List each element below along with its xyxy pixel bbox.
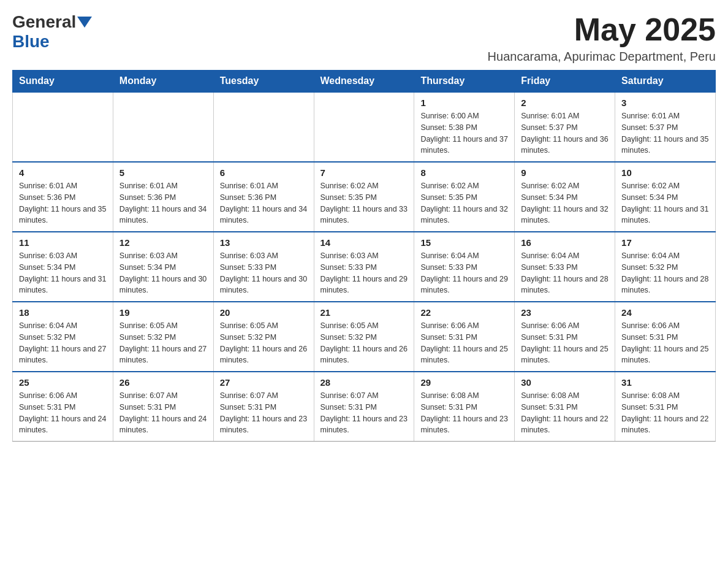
calendar-week-row: 4Sunrise: 6:01 AMSunset: 5:36 PMDaylight… — [13, 162, 716, 232]
day-info: Sunrise: 6:06 AMSunset: 5:31 PMDaylight:… — [521, 320, 609, 366]
day-number: 19 — [119, 307, 207, 318]
day-info: Sunrise: 6:07 AMSunset: 5:31 PMDaylight:… — [220, 390, 308, 436]
calendar-week-row: 18Sunrise: 6:04 AMSunset: 5:32 PMDayligh… — [13, 302, 716, 372]
calendar-header-row: SundayMondayTuesdayWednesdayThursdayFrid… — [13, 71, 716, 93]
day-number: 5 — [119, 167, 207, 178]
day-number: 18 — [19, 307, 107, 318]
day-info: Sunrise: 6:04 AMSunset: 5:32 PMDaylight:… — [19, 320, 107, 366]
calendar-cell: 19Sunrise: 6:05 AMSunset: 5:32 PMDayligh… — [113, 302, 213, 372]
day-info: Sunrise: 6:01 AMSunset: 5:37 PMDaylight:… — [521, 110, 609, 156]
day-info: Sunrise: 6:03 AMSunset: 5:33 PMDaylight:… — [220, 250, 308, 296]
calendar-cell: 31Sunrise: 6:08 AMSunset: 5:31 PMDayligh… — [615, 372, 716, 442]
day-info: Sunrise: 6:08 AMSunset: 5:31 PMDaylight:… — [621, 390, 709, 436]
calendar-header-saturday: Saturday — [615, 71, 716, 93]
day-info: Sunrise: 6:06 AMSunset: 5:31 PMDaylight:… — [621, 320, 709, 366]
day-number: 20 — [220, 307, 308, 318]
day-number: 8 — [420, 167, 508, 178]
day-number: 30 — [521, 377, 609, 388]
calendar-cell: 2Sunrise: 6:01 AMSunset: 5:37 PMDaylight… — [515, 92, 615, 162]
title-area: May 2025 Huancarama, Apurimac Department… — [488, 12, 716, 64]
calendar-header-friday: Friday — [515, 71, 615, 93]
calendar-cell: 28Sunrise: 6:07 AMSunset: 5:31 PMDayligh… — [314, 372, 414, 442]
day-number: 17 — [621, 237, 709, 248]
day-number: 31 — [621, 377, 709, 388]
day-number: 2 — [521, 98, 609, 108]
day-info: Sunrise: 6:02 AMSunset: 5:34 PMDaylight:… — [621, 180, 709, 226]
calendar-cell: 30Sunrise: 6:08 AMSunset: 5:31 PMDayligh… — [515, 372, 615, 442]
day-info: Sunrise: 6:04 AMSunset: 5:32 PMDaylight:… — [621, 250, 709, 296]
day-info: Sunrise: 6:08 AMSunset: 5:31 PMDaylight:… — [521, 390, 609, 436]
calendar-week-row: 1Sunrise: 6:00 AMSunset: 5:38 PMDaylight… — [13, 92, 716, 162]
day-info: Sunrise: 6:06 AMSunset: 5:31 PMDaylight:… — [19, 390, 107, 436]
day-info: Sunrise: 6:01 AMSunset: 5:36 PMDaylight:… — [119, 180, 207, 226]
calendar-cell: 12Sunrise: 6:03 AMSunset: 5:34 PMDayligh… — [113, 232, 213, 302]
calendar-header-sunday: Sunday — [13, 71, 113, 93]
logo-blue-text: Blue — [12, 32, 50, 51]
day-number: 1 — [420, 98, 508, 108]
calendar-cell: 9Sunrise: 6:02 AMSunset: 5:34 PMDaylight… — [515, 162, 615, 232]
calendar-header-monday: Monday — [113, 71, 213, 93]
calendar-cell — [113, 92, 213, 162]
day-number: 6 — [220, 167, 308, 178]
calendar-cell: 5Sunrise: 6:01 AMSunset: 5:36 PMDaylight… — [113, 162, 213, 232]
month-title: May 2025 — [488, 12, 716, 47]
day-info: Sunrise: 6:01 AMSunset: 5:36 PMDaylight:… — [220, 180, 308, 226]
calendar-cell: 15Sunrise: 6:04 AMSunset: 5:33 PMDayligh… — [414, 232, 515, 302]
calendar-cell: 22Sunrise: 6:06 AMSunset: 5:31 PMDayligh… — [414, 302, 515, 372]
calendar-table: SundayMondayTuesdayWednesdayThursdayFrid… — [12, 70, 716, 442]
day-info: Sunrise: 6:01 AMSunset: 5:37 PMDaylight:… — [621, 110, 709, 156]
page-header: General Blue May 2025 Huancarama, Apurim… — [12, 12, 716, 64]
day-info: Sunrise: 6:04 AMSunset: 5:33 PMDaylight:… — [420, 250, 508, 296]
day-number: 21 — [320, 307, 408, 318]
day-info: Sunrise: 6:03 AMSunset: 5:33 PMDaylight:… — [320, 250, 408, 296]
calendar-cell — [314, 92, 414, 162]
day-number: 24 — [621, 307, 709, 318]
day-info: Sunrise: 6:00 AMSunset: 5:38 PMDaylight:… — [420, 110, 508, 156]
calendar-cell: 10Sunrise: 6:02 AMSunset: 5:34 PMDayligh… — [615, 162, 716, 232]
calendar-week-row: 25Sunrise: 6:06 AMSunset: 5:31 PMDayligh… — [13, 372, 716, 442]
calendar-header-tuesday: Tuesday — [213, 71, 314, 93]
day-info: Sunrise: 6:04 AMSunset: 5:33 PMDaylight:… — [521, 250, 609, 296]
calendar-cell: 21Sunrise: 6:05 AMSunset: 5:32 PMDayligh… — [314, 302, 414, 372]
calendar-cell: 16Sunrise: 6:04 AMSunset: 5:33 PMDayligh… — [515, 232, 615, 302]
day-number: 26 — [119, 377, 207, 388]
calendar-cell: 11Sunrise: 6:03 AMSunset: 5:34 PMDayligh… — [13, 232, 113, 302]
calendar-cell: 23Sunrise: 6:06 AMSunset: 5:31 PMDayligh… — [515, 302, 615, 372]
calendar-cell: 14Sunrise: 6:03 AMSunset: 5:33 PMDayligh… — [314, 232, 414, 302]
calendar-cell: 8Sunrise: 6:02 AMSunset: 5:35 PMDaylight… — [414, 162, 515, 232]
day-info: Sunrise: 6:08 AMSunset: 5:31 PMDaylight:… — [420, 390, 508, 436]
day-number: 25 — [19, 377, 107, 388]
logo: General Blue — [12, 12, 93, 52]
day-info: Sunrise: 6:05 AMSunset: 5:32 PMDaylight:… — [220, 320, 308, 366]
day-info: Sunrise: 6:07 AMSunset: 5:31 PMDaylight:… — [320, 390, 408, 436]
day-info: Sunrise: 6:07 AMSunset: 5:31 PMDaylight:… — [119, 390, 207, 436]
day-number: 27 — [220, 377, 308, 388]
day-number: 11 — [19, 237, 107, 248]
logo-triangle-icon — [77, 17, 92, 28]
calendar-cell: 13Sunrise: 6:03 AMSunset: 5:33 PMDayligh… — [213, 232, 314, 302]
calendar-cell: 26Sunrise: 6:07 AMSunset: 5:31 PMDayligh… — [113, 372, 213, 442]
day-number: 29 — [420, 377, 508, 388]
calendar-week-row: 11Sunrise: 6:03 AMSunset: 5:34 PMDayligh… — [13, 232, 716, 302]
calendar-cell: 3Sunrise: 6:01 AMSunset: 5:37 PMDaylight… — [615, 92, 716, 162]
day-number: 3 — [621, 98, 709, 108]
day-info: Sunrise: 6:02 AMSunset: 5:34 PMDaylight:… — [521, 180, 609, 226]
calendar-cell: 4Sunrise: 6:01 AMSunset: 5:36 PMDaylight… — [13, 162, 113, 232]
day-number: 9 — [521, 167, 609, 178]
day-info: Sunrise: 6:03 AMSunset: 5:34 PMDaylight:… — [19, 250, 107, 296]
calendar-cell: 27Sunrise: 6:07 AMSunset: 5:31 PMDayligh… — [213, 372, 314, 442]
day-number: 13 — [220, 237, 308, 248]
day-info: Sunrise: 6:01 AMSunset: 5:36 PMDaylight:… — [19, 180, 107, 226]
calendar-cell: 20Sunrise: 6:05 AMSunset: 5:32 PMDayligh… — [213, 302, 314, 372]
logo-general-text: General — [12, 12, 76, 32]
day-info: Sunrise: 6:06 AMSunset: 5:31 PMDaylight:… — [420, 320, 508, 366]
calendar-header-thursday: Thursday — [414, 71, 515, 93]
calendar-cell: 1Sunrise: 6:00 AMSunset: 5:38 PMDaylight… — [414, 92, 515, 162]
calendar-cell: 24Sunrise: 6:06 AMSunset: 5:31 PMDayligh… — [615, 302, 716, 372]
day-number: 4 — [19, 167, 107, 178]
day-number: 22 — [420, 307, 508, 318]
day-info: Sunrise: 6:02 AMSunset: 5:35 PMDaylight:… — [320, 180, 408, 226]
day-number: 23 — [521, 307, 609, 318]
day-number: 7 — [320, 167, 408, 178]
calendar-cell — [213, 92, 314, 162]
